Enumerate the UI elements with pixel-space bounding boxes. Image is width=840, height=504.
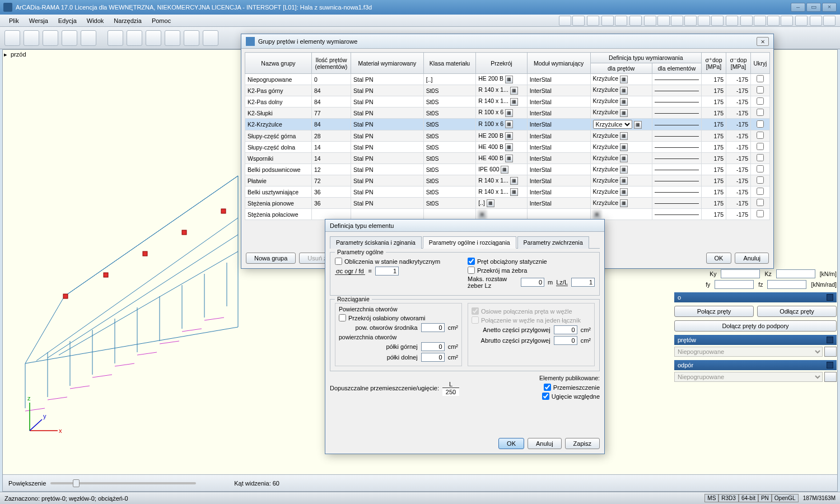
ok-button[interactable]: OK — [706, 253, 732, 264]
dlg2-save-button[interactable]: Zapisz — [565, 438, 600, 449]
panel-header[interactable]: o — [674, 292, 837, 302]
panel-header-supports[interactable]: odpór — [674, 360, 837, 370]
toggle-icon[interactable] — [711, 16, 724, 26]
maximize-button[interactable]: ▭ — [806, 3, 821, 12]
tool-icon[interactable] — [165, 30, 180, 46]
abrutto-input[interactable] — [554, 336, 577, 345]
table-row[interactable]: K2-Słupki77Stal PNSt0SR 100 x 6 ▦InterSt… — [245, 108, 770, 119]
menu-narzedzia[interactable]: Narzędzia — [109, 16, 146, 25]
toggle-icon[interactable] — [823, 16, 836, 26]
table-row[interactable]: K2-Krzyżulce84Stal PNSt0SR 100 x 6 ▦Inte… — [245, 119, 770, 130]
menu-widok[interactable]: Widok — [82, 16, 109, 25]
toggle-icon[interactable] — [657, 16, 670, 26]
col-sm[interactable]: σ⁻dop [MPa] — [726, 53, 751, 74]
col-przekroj[interactable]: Przekrój — [476, 53, 527, 74]
toggle-icon[interactable] — [572, 16, 585, 26]
col-defp[interactable]: dla prętów — [590, 63, 652, 74]
menu-edycja[interactable]: Edycja — [54, 16, 81, 25]
new-group-button[interactable]: Nowa grupa — [246, 253, 296, 264]
tool-icon[interactable] — [4, 30, 20, 46]
tool-icon[interactable] — [146, 30, 161, 46]
col-material[interactable]: Materiał wymiarowany — [351, 53, 423, 74]
minimize-button[interactable]: – — [791, 3, 805, 12]
table-row[interactable]: Belki podsuwnicowe12Stal PNSt0SIPE 600 ▦… — [245, 164, 770, 175]
menu-wersja[interactable]: Wersja — [25, 16, 53, 25]
table-row[interactable]: K2-Pas dolny84Stal PNSt0SR 140 x 1... ▦I… — [245, 96, 770, 108]
toggle-icon[interactable] — [781, 16, 793, 26]
chk-ribs[interactable] — [468, 267, 475, 274]
table-row[interactable]: Stężenia pionowe36Stal PNSt0S[..] ▦Inter… — [245, 198, 770, 209]
chk-displacement[interactable] — [544, 384, 551, 391]
tool-icon[interactable] — [127, 30, 142, 46]
toggle-icon[interactable] — [754, 16, 766, 26]
table-row[interactable]: Wsporniki14Stal PNSt0SHE 400 B ▦InterSta… — [245, 153, 770, 164]
chk-holes[interactable] — [339, 314, 346, 321]
tool-icon[interactable] — [81, 30, 96, 46]
table-row[interactable]: K2-Pas górny84Stal PNSt0SR 140 x 1... ▦I… — [245, 85, 770, 96]
tool-icon[interactable] — [43, 30, 58, 46]
bot-flange-input[interactable] — [421, 353, 445, 362]
toggle-icon[interactable] — [601, 16, 614, 26]
tab-general[interactable]: Parametry ogólne i rozciągania — [423, 236, 516, 249]
col-sp[interactable]: σ⁺dop [MPa] — [702, 53, 726, 74]
tab-compression[interactable]: Parametry ściskania i zginania — [330, 236, 422, 249]
kz-input[interactable] — [776, 269, 815, 278]
cancel-button[interactable]: Anuluj — [735, 253, 769, 264]
dlg2-cancel-button[interactable]: Anuluj — [528, 438, 562, 449]
anetto-input[interactable] — [554, 325, 577, 334]
table-row[interactable]: Niepogrupowane0Stal PN[..]HE 200 B ▦Inte… — [245, 74, 770, 85]
supports-group-combo[interactable]: Niepogrupowane — [674, 372, 823, 382]
toggle-icon[interactable] — [644, 16, 656, 26]
col-ukryj[interactable]: Ukryj — [751, 53, 770, 74]
close-icon[interactable]: ⨉ — [757, 37, 769, 46]
attach-support-button[interactable]: Dołącz pręty do podpory — [674, 320, 837, 332]
connect-bars-button[interactable]: Połącz pręty — [674, 306, 754, 317]
combo-picker-icon[interactable] — [824, 372, 837, 382]
toggle-icon[interactable] — [615, 16, 627, 26]
tool-icon[interactable] — [203, 30, 218, 46]
tool-icon[interactable] — [62, 30, 77, 46]
table-row[interactable]: Słupy-część górna28Stal PNSt0SHE 200 B ▦… — [245, 130, 770, 142]
toggle-icon[interactable] — [698, 16, 710, 26]
top-flange-input[interactable] — [421, 342, 445, 351]
tool-icon[interactable] — [108, 30, 123, 46]
table-row[interactable]: Stężenia połaciowe ▦ ▦175-175 — [245, 209, 770, 220]
fy-input[interactable] — [715, 280, 754, 289]
toggle-icon[interactable] — [684, 16, 697, 26]
ky-input[interactable] — [721, 269, 760, 278]
combo-picker-icon[interactable] — [824, 347, 837, 357]
toggle-icon[interactable] — [767, 16, 780, 26]
zoom-slider[interactable] — [50, 482, 196, 484]
tab-ltb[interactable]: Parametry zwichrzenia — [517, 236, 589, 249]
fz-input[interactable] — [767, 280, 806, 289]
panel-header-bars[interactable]: prętów — [674, 335, 837, 345]
lzl-input[interactable] — [571, 278, 595, 287]
chk-overcritical[interactable] — [335, 258, 342, 265]
col-nazwa[interactable]: Nazwa grupy — [245, 53, 312, 74]
tool-icon[interactable] — [184, 30, 199, 46]
col-def[interactable]: Definicja typu wymiarowania — [590, 53, 701, 63]
close-button[interactable]: × — [822, 3, 837, 12]
toggle-icon[interactable] — [740, 16, 753, 26]
dlg2-ok-button[interactable]: OK — [498, 438, 524, 449]
menu-plik[interactable]: Plik — [4, 16, 24, 25]
table-row[interactable]: Płatwie72Stal PNSt0SR 140 x 1... ▦InterS… — [245, 175, 770, 186]
menu-pomoc[interactable]: Pomoc — [147, 16, 175, 25]
deflection-input[interactable] — [442, 388, 459, 396]
col-modul[interactable]: Moduł wymiarujący — [527, 53, 590, 74]
table-row[interactable]: Słupy-część dolna14Stal PNSt0SHE 400 B ▦… — [245, 142, 770, 153]
disconnect-bars-button[interactable]: Odłącz pręty — [757, 306, 837, 317]
bars-group-combo[interactable]: Niepogrupowane — [674, 347, 823, 357]
tool-icon[interactable] — [24, 30, 39, 46]
col-defe[interactable]: dla elementów — [652, 63, 701, 74]
web-holes-input[interactable] — [421, 323, 445, 332]
toggle-icon[interactable] — [810, 16, 822, 26]
toggle-icon[interactable] — [559, 16, 571, 26]
ratio-input[interactable] — [375, 267, 399, 276]
slider-thumb[interactable] — [73, 479, 80, 487]
col-klasa[interactable]: Klasa materiału — [423, 53, 476, 74]
col-ilosc[interactable]: Ilość prętów (elementów) — [311, 53, 351, 74]
toggle-icon[interactable] — [671, 16, 683, 26]
lz-input[interactable] — [521, 278, 544, 287]
table-row[interactable]: Belki usztywniające36Stal PNSt0SR 140 x … — [245, 186, 770, 198]
